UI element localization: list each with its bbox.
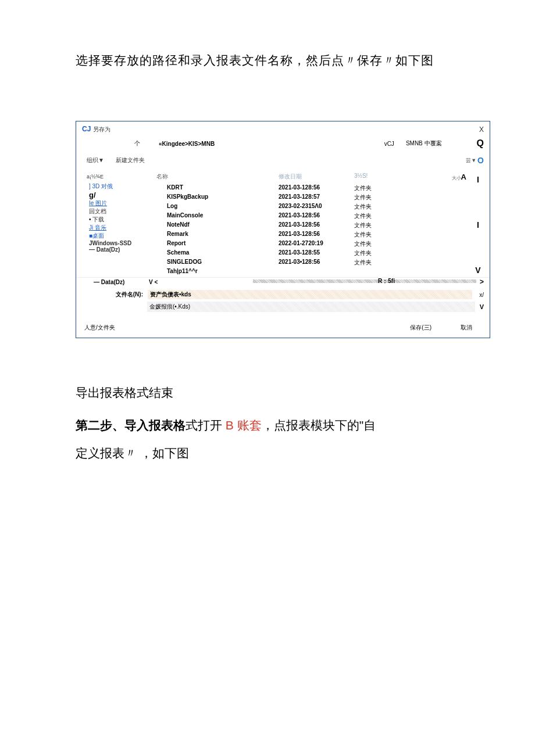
file-row[interactable]: Log2023-02-2315Λ0文件夹 — [156, 202, 472, 212]
sidebar: a¡½¾E ] 3D 对俄g/Ie 图片回文档下载Ji 音乐■桌面JWindow… — [87, 173, 156, 275]
view-button[interactable]: 芸▼ — [466, 157, 476, 164]
file-date: 2023-02-2315Λ0 — [279, 203, 354, 211]
scroll-mark-top[interactable]: I — [477, 175, 479, 184]
file-date: 2021-03-128:56 — [279, 231, 354, 239]
sidebar-item[interactable]: — Data(Dz) — [87, 246, 156, 253]
col-date[interactable]: 修改日期 — [279, 173, 354, 181]
file-name: KISPkgBackup — [156, 194, 279, 202]
dialog-icon: CJ — [82, 125, 91, 133]
filetype-row: 金媛报痕(•.Kds) V — [76, 300, 490, 316]
file-name: Tah|p11^^r — [156, 268, 279, 274]
export-done-text: 导出报表格式结束 — [76, 385, 477, 401]
file-type: 文件夹 — [354, 231, 395, 239]
filename-input[interactable] — [148, 290, 472, 299]
file-row[interactable]: KISPkgBackup2021-03-128:57文件夹 — [156, 193, 472, 202]
file-name: Schema — [156, 249, 279, 257]
dialog-footer: 人意/文件夹 保存(三) 取消 — [76, 316, 490, 338]
titlebar: CJ 另存为 X — [76, 121, 490, 136]
step2-text: 第二步、导入报表格式打开 B 账套，点报表模块下的"自 — [76, 417, 477, 433]
file-type: 文件夹 — [354, 240, 395, 248]
file-row[interactable]: NoteNdf2021-03-128:56文件夹 — [156, 221, 472, 230]
scroll-mark-mid[interactable]: I — [477, 220, 479, 230]
filetype-dropdown-icon[interactable]: V — [480, 303, 484, 310]
file-type: 文件夹 — [354, 249, 395, 257]
file-name: KDRT — [156, 184, 279, 192]
file-row[interactable]: Schema2021-03-128:55文件夹 — [156, 249, 472, 258]
search-icon[interactable]: Q — [477, 138, 484, 149]
file-type: 文件夹 — [354, 212, 395, 220]
file-type: 文件夹 — [354, 184, 395, 192]
dialog-body: a¡½¾E ] 3D 对俄g/Ie 图片回文档下载Ji 音乐■桌面JWindow… — [76, 169, 490, 275]
scroll-mark-bottom[interactable]: V — [475, 266, 480, 275]
file-name: MainConsoIe — [156, 212, 279, 220]
file-date: 2021-03-128:56 — [279, 221, 354, 230]
file-row[interactable]: Remark2021-03-128:56文件夹 — [156, 230, 472, 239]
filetype-select[interactable]: 金媛报痕(•.Kds) — [147, 302, 475, 312]
help-icon[interactable]: O — [477, 156, 484, 165]
custom-report-text: 定义报表〃 ，如下图 — [76, 445, 477, 461]
col-name[interactable]: 名称 — [156, 173, 279, 181]
file-date: 2021-03•128:56 — [279, 259, 354, 267]
file-date: 2021-03-128:56 — [279, 184, 354, 192]
rfi-label: R：5fi — [378, 277, 395, 285]
file-name: NoteNdf — [156, 221, 279, 230]
filename-row: 文件名(N): x/ — [76, 286, 490, 300]
dialog-title: 另存为 — [93, 126, 110, 134]
file-date: 2021-03-128:55 — [279, 249, 354, 257]
smnb-label: SMNB 中覆案 — [406, 139, 442, 148]
sidebar-item[interactable]: g/ — [87, 191, 156, 199]
sidebar-item[interactable]: ■桌面 — [87, 232, 156, 240]
sidebar-header: a¡½¾E — [87, 174, 156, 180]
col-size[interactable]: 大小A — [395, 173, 472, 181]
path-bar: 个 «Kingdee>KIS>MNB vCJ SMNB 中覆案 Q — [76, 136, 490, 153]
file-name: Remark — [156, 231, 279, 239]
file-type: 文件夹 — [354, 194, 395, 202]
file-name: Report — [156, 240, 279, 248]
sidebar-item[interactable]: Ji 音乐 — [87, 224, 156, 232]
file-list: 名称 修改日期 3½S! 大小A KDRT2021-03-128:56文件夹KI… — [156, 173, 472, 275]
hide-folder-link[interactable]: 人意/文件夹 — [84, 324, 115, 332]
new-folder-button[interactable]: 新建文件夹 — [116, 156, 145, 164]
up-arrow-icon[interactable]: 个 — [134, 139, 140, 148]
file-row[interactable]: KDRT2021-03-128:56文件夹 — [156, 184, 472, 193]
breadcrumb[interactable]: «Kingdee>KIS>MNB — [159, 141, 215, 147]
file-type: 文件夹 — [354, 259, 395, 267]
file-row[interactable]: Report2022-01-2720:19文件夹 — [156, 239, 472, 249]
right-strip: I I V — [472, 173, 484, 275]
vcj-label: vCJ — [384, 141, 394, 147]
file-date — [279, 268, 354, 274]
filename-label: 文件名(N): — [111, 291, 143, 299]
sidebar-item[interactable]: Ie 图片 — [87, 199, 156, 207]
file-type: 文件夹 — [354, 221, 395, 230]
file-name: SINGLEDOG — [156, 259, 279, 267]
dialog-toolbar: 组织▼ 新建文件夹 芸▼ O — [76, 153, 490, 169]
save-as-dialog: CJ 另存为 X 个 «Kingdee>KIS>MNB vCJ SMNB 中覆案… — [76, 121, 490, 338]
file-row[interactable]: Tah|p11^^r — [156, 267, 472, 275]
file-row[interactable]: MainConsoIe2021-03-128:56文件夹 — [156, 212, 472, 221]
h-scrollbar[interactable]: R：5fi — [160, 279, 476, 285]
col-type[interactable]: 3½S! — [354, 173, 395, 181]
scroll-right-icon[interactable]: > — [476, 278, 484, 286]
v-left-mark[interactable]: V < — [149, 279, 158, 285]
file-row[interactable]: SINGLEDOG2021-03•128:56文件夹 — [156, 258, 472, 267]
file-type: 文件夹 — [354, 203, 395, 211]
cancel-button[interactable]: 取消 — [461, 324, 472, 332]
horizontal-scroll: — Data(Dz) V < R：5fi > — [76, 277, 490, 286]
sidebar-item[interactable]: JWindows-SSD — [87, 240, 156, 246]
sidebar-item[interactable]: 下载 — [87, 216, 156, 224]
file-date: 2021-03-128:57 — [279, 194, 354, 202]
file-name: Log — [156, 203, 279, 211]
sidebar-item[interactable]: ] 3D 对俄 — [87, 182, 156, 191]
file-date: 2021-03-128:56 — [279, 212, 354, 220]
file-type — [354, 268, 395, 274]
data-dz-label[interactable]: — Data(Dz) — [94, 279, 149, 285]
column-headers: 名称 修改日期 3½S! 大小A — [156, 173, 472, 181]
instruction-text: 选择要存放的路径和录入报表文件名称，然后点〃保存〃如下图 — [76, 52, 477, 69]
sidebar-item[interactable]: 回文档 — [87, 207, 156, 216]
organize-button[interactable]: 组织▼ — [87, 156, 104, 164]
close-icon[interactable]: X — [479, 126, 484, 134]
filename-end: x/ — [477, 292, 484, 298]
save-button[interactable]: 保存(三) — [410, 324, 431, 332]
file-date: 2022-01-2720:19 — [279, 240, 354, 248]
